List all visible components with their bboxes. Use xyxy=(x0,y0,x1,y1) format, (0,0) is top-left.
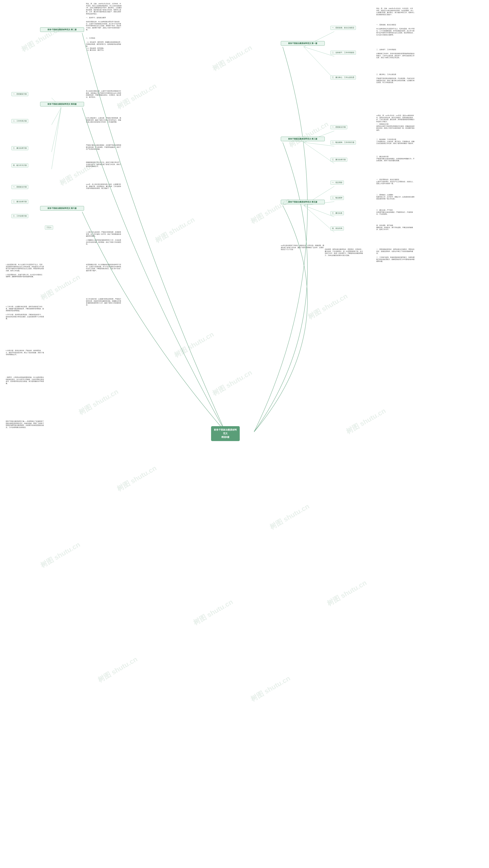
sub-node-b3-3: 三、工作业绩方面 xyxy=(11,214,28,218)
sub-node-b4-2: 二、业务精干、工作作风踏实 xyxy=(330,51,356,55)
connector-lines: .conn { stroke: #5a9e78; stroke-width: 1… xyxy=(0,0,489,868)
svg-line-3 xyxy=(52,107,61,169)
watermark-4: 树图 shutu.cn xyxy=(287,119,330,150)
text-content-b2-s3: 严格执行廉洁从政各项规定，自觉遵守党的纪律和国家法律法规，不以权谋私，不接受利益… xyxy=(86,144,121,150)
watermark-3: 树图 shutu.cn xyxy=(211,43,254,73)
svg-line-8 xyxy=(304,143,334,146)
center-node: 财务干部政治素质材料范文精选6篇 xyxy=(211,426,240,441)
text-content-b5-s2: 二、敬业精神、工作作风方面 工作兢兢业业，认真负责，勇于担当，不推诿扯皮，积极主… xyxy=(376,138,415,145)
text-content-b5-s3: 三、廉洁自律方面 严格遵守廉洁从政各项规定，自觉抵制各种腐败行为，不以权谋私，保… xyxy=(376,156,415,162)
sub-node-b3-2: 二、廉洁自律方面 xyxy=(11,200,28,204)
text-lower-4: 5. 作风方面，坚持以身作则，严格自律，保持艰苦奋斗、勤俭节约的优良作风，树立了… xyxy=(6,350,44,356)
watermark-11: 树图 shutu.cn xyxy=(77,387,120,417)
sub-node-b2-1: 一、思想建设方面 xyxy=(11,92,28,96)
text-content-b5-s1: 一、思想政治方面 该同志认真学习党的理论和路线方针政策，积极参加各种政治活动，思… xyxy=(376,123,415,131)
svg-line-5 xyxy=(304,47,334,56)
sub-node-b3-1: 一、思想政治方面 xyxy=(11,185,28,189)
watermark-14: 树图 shutu.cn xyxy=(115,463,158,494)
sub-node-b6-3: 三、廉洁从政 xyxy=(330,211,344,215)
sub-node-b2-3: 三、廉洁自律方面 xyxy=(11,146,28,150)
svg-line-13 xyxy=(304,206,334,232)
sub-node-b2-2: 二、工作作风方面 xyxy=(11,119,28,123)
watermark-8: 树图 shutu.cn xyxy=(39,272,82,303)
text-lower-5: 一般而言，人民群众的利益是最高利益，本人始终把群众利益放在首位，全心全意为人民服… xyxy=(6,376,44,384)
svg-line-1 xyxy=(52,107,61,125)
svg-line-9 xyxy=(304,143,334,163)
text-extended-1: 财务干部政治素质材料汇编——本材料集合了多篇财务干部政治素质述职报告范文，供参考… xyxy=(6,421,44,429)
sub-node-b6-4: 四、务实作风 xyxy=(330,226,344,230)
sub-node-b4-3: 三、廉洁奉公、工作认真负责 xyxy=(330,75,356,80)
svg-line-6 xyxy=(304,47,334,79)
watermark-2: 树图 shutu.cn xyxy=(115,81,158,112)
text-block-b1-part2: 二、工作情况 （1）深化改革，规范管理。积极配合推进财政改革，完善相关制度，规范… xyxy=(86,37,122,52)
watermark-20: 树图 shutu.cn xyxy=(249,674,292,704)
sub-node-b3-4: 工五人 xyxy=(45,225,53,229)
text-content-b6-s1: 一、坚定理想信念，政治立场坚定 认真学习党的理论，坚定共产主义理想信念，在政治上… xyxy=(376,179,415,185)
branch-node-6: 财务干部政治素质材料范文 第六篇 xyxy=(40,206,84,211)
text-content-b6-s3: 三、廉洁从政，严于律己 自觉遵守廉洁从政各项规定，严格要求自己，不搞特殊化，不以… xyxy=(376,209,415,215)
sub-node-b2-4: 四、能力作为方面 xyxy=(11,163,28,167)
watermark-10: 树图 shutu.cn xyxy=(306,291,349,322)
text-content-b6-s4: 四、务实进取，勇于创新 脚踏实地，求真务实，勇于开拓进取，不断总结经验教训，提高… xyxy=(376,224,415,231)
text-right-lower-1: 总体来看，该同志政治素质良好，思想坚定，作风务实，廉洁自律，工作业绩突出，是一名… xyxy=(325,248,363,256)
sub-node-b5-3: 三、廉洁自律方面 xyxy=(330,158,347,162)
text-block-b1-part1: 一、坚持学习，提高政治素养 自担任现职以来，本人始终把政治理论学习放在首位，认真… xyxy=(86,17,122,31)
branch-node-2: 财务干部政治素质材料范文 第二篇 xyxy=(40,27,84,32)
branch-node-5: 财务干部政治素质材料范文 第五篇 xyxy=(281,200,325,204)
text-lower-3: 3. 工作方面，认真履行岗位职责，按时完成各项工作任务。积极参与推进财政改革，不… xyxy=(6,306,44,320)
text-lower-2: 1. 政治思想方面。本人认真学习马克思列宁主义、毛泽东思想和中国特色社会主义理论… xyxy=(6,264,44,278)
watermark-19: 树图 shutu.cn xyxy=(96,654,139,685)
branch-node-4: 财务干部政治素质材料范文 第四篇 xyxy=(40,102,84,106)
text-detail-1: 在思想建设方面：本人积极参加党组织的各种学习活动，认真学习党章党规，学习习近平新… xyxy=(86,264,122,272)
text-content-b6-s2: 二、爱岗敬业，认真履职 热爱本职工作，忠于职守，勤勉工作，以高度的责任感和使命感… xyxy=(376,194,415,200)
sub-node-b4-1: 一、思想道德、政治立场坚定 xyxy=(330,26,356,30)
text-lower-1: 1. 从事工作认真负责，严格执行财务制度，加强财务管理，在工作中做到一丝不苟，保… xyxy=(86,231,122,245)
text-content-b4-intro: 同志，男，汉族，1966年x月x日出生，中共党员，大学本科，现担任xxx单位财务… xyxy=(376,8,415,16)
watermark-6: 树图 shutu.cn xyxy=(153,215,196,245)
text-content-b5-intro: xx同志，男，xxx年x月出生，xxx学历，现任xxx财务科科长。该同志任职以来… xyxy=(376,115,415,123)
text-block-b1-intro: 同志，男，汉族，1966年x月x日出生，大学本科，中共党员，现任xxx县财政局副… xyxy=(86,3,122,15)
text-content-b4-s2: 二、业务精干、工作作风踏实 从事财务工作多年，具有丰富的财务管理经验和较强的业务… xyxy=(376,49,415,59)
sub-node-b6-2: 二、敬业精神 xyxy=(330,196,344,200)
watermark-15: 树图 shutu.cn xyxy=(268,502,311,532)
text-right-lower-2: 一、思想道德品质良好。该同志政治立场坚定，理想信念坚定，道德品质高尚，在群众中树… xyxy=(376,248,415,262)
watermark-12: 树图 shutu.cn xyxy=(211,368,254,398)
watermark-18: 树图 shutu.cn xyxy=(325,578,368,608)
sub-node-b5-2: 二、敬业精神、工作作风方面 xyxy=(330,141,356,145)
sub-node-b5-1: 一、思想政治方面 xyxy=(330,125,347,129)
text-content-b4-s3: 三、廉洁奉公、工作认真负责 严格遵守党纪国法和财经纪律，不以权谋私，不参与任何违… xyxy=(376,73,415,84)
branch-node-1: 财务干部政治素质材料范文 第一篇 xyxy=(281,41,325,46)
sub-node-b6-1: 一、坚定理想 xyxy=(330,181,344,185)
mindmap-container: .conn { stroke: #5a9e78; stroke-width: 1… xyxy=(0,0,489,868)
text-b6-detail: xxx年以来在财务工作岗位上兢兢业业，任劳任怨，积极进取，圆满完成了各项工作任务… xyxy=(281,245,325,251)
text-content-b2-s1: 本人自担任现职以来，认真学习党的理论和路线方针政策，深刻领会习近平新时代中国特色… xyxy=(86,90,121,98)
svg-line-2 xyxy=(52,107,61,152)
watermark-17: 树图 shutu.cn xyxy=(192,597,235,627)
text-content-b2-s4: 积极探索创新工作方式方法，提高工作能力和水平，主动担当作为，较好地完成了各项工作… xyxy=(86,161,121,167)
text-detail-2: 在工作业绩方面：认真履行财务监管职责，严格执行财经纪律，有效防范和化解财务风险。… xyxy=(86,298,122,306)
watermark-9: 树图 shutu.cn xyxy=(172,330,216,360)
branch-node-3: 财务干部政治素质材料范文 第三篇 xyxy=(281,137,325,141)
watermark-16: 树图 shutu.cn xyxy=(39,540,82,570)
watermark-13: 树图 shutu.cn xyxy=(345,406,387,436)
text-content-b3-main: xxxx年，本人担任单位财务负责人以来，认真履行职责，勤勉尽责，在思想政治、廉洁… xyxy=(86,183,121,190)
svg-line-12 xyxy=(304,206,334,217)
text-content-b4-s1: 一、思想道德、政治立场坚定 本人始终坚持以马克思列宁主义、毛泽东思想、邓小平理论… xyxy=(376,24,415,36)
text-content-b2-s2: 工作上勤奋努力，认真负责，严格执行财务制度，规范财务管理，确保了财务工作的正常有… xyxy=(86,117,121,123)
